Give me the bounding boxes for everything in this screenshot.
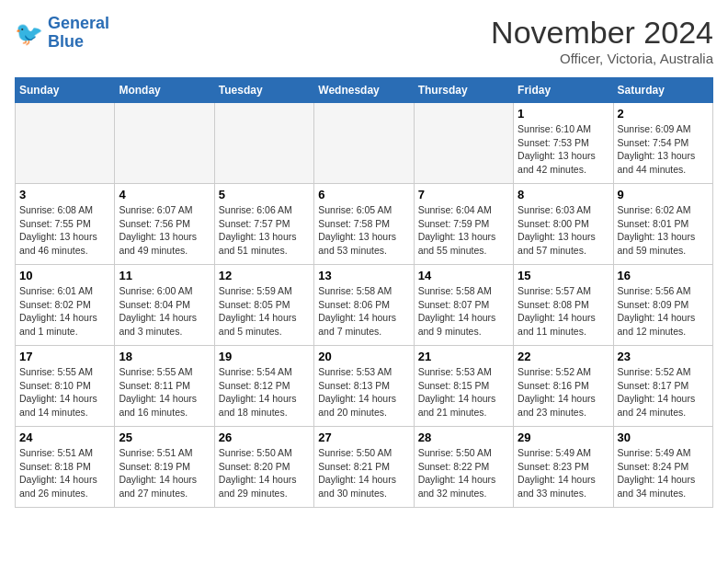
day-cell <box>115 103 214 184</box>
day-number: 19 <box>219 350 310 363</box>
day-number: 16 <box>618 269 709 282</box>
svg-text:🐦: 🐦 <box>15 19 44 48</box>
day-number: 2 <box>618 107 709 121</box>
day-info: Sunrise: 6:02 AM Sunset: 8:01 PM Dayligh… <box>618 203 709 258</box>
day-info: Sunrise: 6:04 AM Sunset: 7:59 PM Dayligh… <box>418 203 509 258</box>
day-info: Sunrise: 5:51 AM Sunset: 8:18 PM Dayligh… <box>19 446 110 500</box>
day-cell: 13Sunrise: 5:58 AM Sunset: 8:06 PM Dayli… <box>314 265 414 346</box>
day-cell: 19Sunrise: 5:54 AM Sunset: 8:12 PM Dayli… <box>214 346 313 427</box>
day-info: Sunrise: 6:10 AM Sunset: 7:53 PM Dayligh… <box>518 122 609 177</box>
day-cell <box>414 103 513 184</box>
day-cell: 30Sunrise: 5:49 AM Sunset: 8:24 PM Dayli… <box>613 427 712 508</box>
day-number: 18 <box>119 350 210 363</box>
day-cell: 23Sunrise: 5:52 AM Sunset: 8:17 PM Dayli… <box>613 346 712 427</box>
day-cell: 9Sunrise: 6:02 AM Sunset: 8:01 PM Daylig… <box>613 184 712 265</box>
day-number: 22 <box>518 350 609 363</box>
day-cell: 26Sunrise: 5:50 AM Sunset: 8:20 PM Dayli… <box>214 427 313 508</box>
day-cell: 2Sunrise: 6:09 AM Sunset: 7:54 PM Daylig… <box>613 103 712 184</box>
week-row-1: 3Sunrise: 6:08 AM Sunset: 7:55 PM Daylig… <box>16 184 713 265</box>
day-info: Sunrise: 5:52 AM Sunset: 8:16 PM Dayligh… <box>518 365 609 419</box>
day-number: 15 <box>518 269 609 282</box>
week-row-2: 10Sunrise: 6:01 AM Sunset: 8:02 PM Dayli… <box>16 265 713 346</box>
day-info: Sunrise: 6:07 AM Sunset: 7:56 PM Dayligh… <box>119 203 210 258</box>
day-cell <box>16 103 115 184</box>
day-info: Sunrise: 5:49 AM Sunset: 8:23 PM Dayligh… <box>518 446 609 500</box>
weekday-tuesday: Tuesday <box>214 78 313 103</box>
day-info: Sunrise: 5:50 AM Sunset: 8:21 PM Dayligh… <box>318 446 409 500</box>
day-info: Sunrise: 5:57 AM Sunset: 8:08 PM Dayligh… <box>518 284 609 339</box>
day-number: 3 <box>19 188 110 201</box>
day-cell: 7Sunrise: 6:04 AM Sunset: 7:59 PM Daylig… <box>414 184 513 265</box>
day-info: Sunrise: 5:55 AM Sunset: 8:11 PM Dayligh… <box>119 365 210 419</box>
day-cell: 12Sunrise: 5:59 AM Sunset: 8:05 PM Dayli… <box>214 265 313 346</box>
weekday-sunday: Sunday <box>16 78 115 103</box>
day-cell: 1Sunrise: 6:10 AM Sunset: 7:53 PM Daylig… <box>514 103 613 184</box>
month-title: November 2024 <box>491 15 713 51</box>
day-cell: 6Sunrise: 6:05 AM Sunset: 7:58 PM Daylig… <box>314 184 414 265</box>
day-cell: 18Sunrise: 5:55 AM Sunset: 8:11 PM Dayli… <box>115 346 214 427</box>
day-cell: 29Sunrise: 5:49 AM Sunset: 8:23 PM Dayli… <box>514 427 613 508</box>
day-info: Sunrise: 6:09 AM Sunset: 7:54 PM Dayligh… <box>618 122 709 177</box>
day-number: 25 <box>119 431 210 444</box>
day-info: Sunrise: 6:05 AM Sunset: 7:58 PM Dayligh… <box>318 203 409 258</box>
day-cell: 11Sunrise: 6:00 AM Sunset: 8:04 PM Dayli… <box>115 265 214 346</box>
logo-blue: Blue <box>48 32 84 51</box>
day-number: 6 <box>318 188 409 201</box>
day-info: Sunrise: 5:50 AM Sunset: 8:20 PM Dayligh… <box>219 446 310 500</box>
day-number: 26 <box>219 431 310 444</box>
day-info: Sunrise: 5:53 AM Sunset: 8:13 PM Dayligh… <box>318 365 409 419</box>
day-info: Sunrise: 5:53 AM Sunset: 8:15 PM Dayligh… <box>418 365 509 419</box>
day-number: 5 <box>219 188 310 201</box>
day-info: Sunrise: 5:59 AM Sunset: 8:05 PM Dayligh… <box>219 284 310 339</box>
day-cell <box>214 103 313 184</box>
day-cell: 10Sunrise: 6:01 AM Sunset: 8:02 PM Dayli… <box>16 265 115 346</box>
weekday-friday: Friday <box>514 78 613 103</box>
weekday-monday: Monday <box>115 78 214 103</box>
week-row-4: 24Sunrise: 5:51 AM Sunset: 8:18 PM Dayli… <box>16 427 713 508</box>
weekday-thursday: Thursday <box>414 78 513 103</box>
day-info: Sunrise: 6:08 AM Sunset: 7:55 PM Dayligh… <box>19 203 110 258</box>
logo-icon: 🐦 <box>15 18 44 48</box>
day-cell: 27Sunrise: 5:50 AM Sunset: 8:21 PM Dayli… <box>314 427 414 508</box>
day-number: 28 <box>418 431 509 444</box>
day-number: 27 <box>318 431 409 444</box>
title-block: November 2024 Officer, Victoria, Austral… <box>491 15 713 66</box>
day-info: Sunrise: 5:49 AM Sunset: 8:24 PM Dayligh… <box>618 446 709 500</box>
day-cell: 17Sunrise: 5:55 AM Sunset: 8:10 PM Dayli… <box>16 346 115 427</box>
day-number: 24 <box>19 431 110 444</box>
day-cell: 24Sunrise: 5:51 AM Sunset: 8:18 PM Dayli… <box>16 427 115 508</box>
day-info: Sunrise: 5:58 AM Sunset: 8:06 PM Dayligh… <box>318 284 409 339</box>
day-info: Sunrise: 6:00 AM Sunset: 8:04 PM Dayligh… <box>119 284 210 339</box>
day-number: 10 <box>19 269 110 282</box>
day-cell <box>314 103 414 184</box>
logo: 🐦 General Blue <box>15 15 109 52</box>
day-cell: 25Sunrise: 5:51 AM Sunset: 8:19 PM Dayli… <box>115 427 214 508</box>
calendar-table: SundayMondayTuesdayWednesdayThursdayFrid… <box>15 77 713 508</box>
day-info: Sunrise: 5:55 AM Sunset: 8:10 PM Dayligh… <box>19 365 110 419</box>
day-number: 12 <box>219 269 310 282</box>
page-header: 🐦 General Blue November 2024 Officer, Vi… <box>15 15 713 66</box>
day-info: Sunrise: 5:54 AM Sunset: 8:12 PM Dayligh… <box>219 365 310 419</box>
logo-text: General Blue <box>48 15 109 52</box>
day-cell: 4Sunrise: 6:07 AM Sunset: 7:56 PM Daylig… <box>115 184 214 265</box>
day-cell: 28Sunrise: 5:50 AM Sunset: 8:22 PM Dayli… <box>414 427 513 508</box>
day-number: 17 <box>19 350 110 363</box>
day-cell: 5Sunrise: 6:06 AM Sunset: 7:57 PM Daylig… <box>214 184 313 265</box>
day-number: 14 <box>418 269 509 282</box>
day-cell: 14Sunrise: 5:58 AM Sunset: 8:07 PM Dayli… <box>414 265 513 346</box>
day-number: 4 <box>119 188 210 201</box>
day-number: 29 <box>518 431 609 444</box>
day-number: 11 <box>119 269 210 282</box>
day-cell: 22Sunrise: 5:52 AM Sunset: 8:16 PM Dayli… <box>514 346 613 427</box>
day-info: Sunrise: 5:56 AM Sunset: 8:09 PM Dayligh… <box>618 284 709 339</box>
day-cell: 15Sunrise: 5:57 AM Sunset: 8:08 PM Dayli… <box>514 265 613 346</box>
day-info: Sunrise: 5:58 AM Sunset: 8:07 PM Dayligh… <box>418 284 509 339</box>
logo-general: General <box>48 14 109 32</box>
day-cell: 16Sunrise: 5:56 AM Sunset: 8:09 PM Dayli… <box>613 265 712 346</box>
day-number: 1 <box>518 107 609 121</box>
location-subtitle: Officer, Victoria, Australia <box>491 51 713 66</box>
weekday-header-row: SundayMondayTuesdayWednesdayThursdayFrid… <box>16 78 713 103</box>
day-number: 21 <box>418 350 509 363</box>
day-info: Sunrise: 6:06 AM Sunset: 7:57 PM Dayligh… <box>219 203 310 258</box>
weekday-saturday: Saturday <box>613 78 712 103</box>
